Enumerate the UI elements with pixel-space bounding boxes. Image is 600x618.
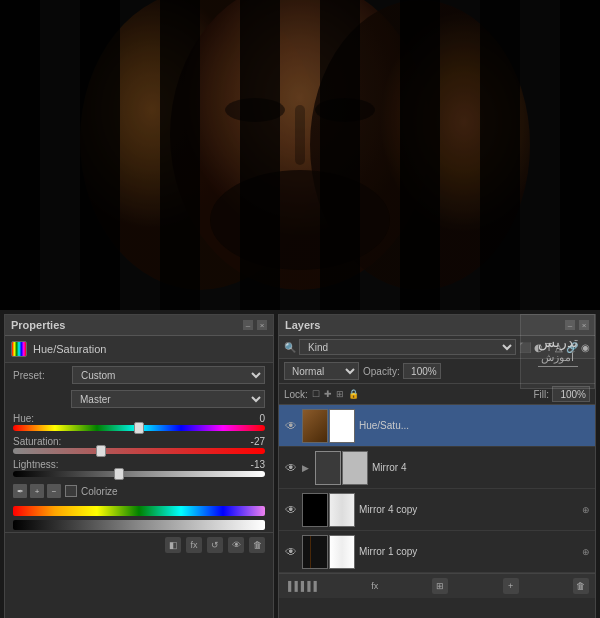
channel-row: Master [5,387,273,411]
preset-dropdown[interactable]: Custom [72,366,265,384]
logo-sub-text: آموزش [541,351,574,364]
layer-thumb [315,451,341,485]
colorize-row: ✒ + − Colorize [5,480,273,502]
group-arrow-icon: ▶ [302,463,309,473]
opacity-input[interactable] [403,363,441,379]
mask-icon[interactable]: ◧ [165,537,181,553]
new-layer-icon[interactable]: + [503,578,519,594]
logo-divider [538,366,578,367]
colorize-tools: ✒ + − [13,484,61,498]
hue-track[interactable] [13,425,265,431]
lightness-value: -13 [235,459,265,470]
lock-pixel-icon[interactable]: 🔒 [348,389,359,399]
layer-thumbnails [315,451,368,485]
layer-name: Mirror 1 copy [359,546,578,557]
layer-mask-thumb [329,535,355,569]
layer-name: Mirror 4 copy [359,504,578,515]
search-icon: 🔍 [284,342,296,353]
layer-item[interactable]: 👁 Hue/Satu... [279,405,595,447]
layer-item[interactable]: 👁 ▶ Mirror 4 [279,447,595,489]
hue-sat-icon [11,341,27,357]
eyedropper-minus-icon[interactable]: − [47,484,61,498]
reset-icon[interactable]: ↺ [207,537,223,553]
lock-all-icon[interactable]: ☐ [312,389,320,399]
lock-position-icon[interactable]: ✚ [324,389,332,399]
layer-thumb [302,535,328,569]
layer-item[interactable]: 👁 Mirror 1 copy ⊕ [279,531,595,573]
saturation-value: -27 [235,436,265,447]
lightness-thumb[interactable] [114,468,124,480]
logo-main-text: تدریس [538,334,578,351]
layer-mask-thumb [342,451,368,485]
layer-thumbnails [302,493,355,527]
eyedropper-plus-icon[interactable]: + [30,484,44,498]
layer-visibility-icon[interactable]: 👁 [284,503,298,517]
kind-dropdown[interactable]: Kind [299,339,516,355]
delete-layer-icon[interactable]: 🗑 [573,578,589,594]
properties-footer: ◧ fx ↺ 👁 🗑 [5,532,273,557]
properties-collapse-btn[interactable]: – [243,320,253,330]
properties-panel: Properties – × Hue/Saturation Preset: Cu… [4,314,274,618]
saturation-row: Saturation: -27 [5,434,273,454]
blend-mode-dropdown[interactable]: Normal [284,362,359,380]
layer-mask-thumb [329,409,355,443]
properties-close-btn[interactable]: × [257,320,267,330]
new-group-icon[interactable]: ⊞ [432,578,448,594]
layer-name: Mirror 4 [372,462,590,473]
fx-icon[interactable]: fx [186,537,202,553]
layers-count: ▐▐▐▐▐ [285,581,317,591]
lock-label: Lock: [284,389,308,400]
hue-saturation-label: Hue/Saturation [33,343,106,355]
layer-link-icon: ⊕ [582,505,590,515]
hue-row: Hue: 0 [5,411,273,431]
opacity-label: Opacity: [363,366,400,377]
layer-thumb [302,493,328,527]
layer-visibility-icon[interactable]: 👁 [284,461,298,475]
eye-visibility-icon[interactable]: 👁 [228,537,244,553]
lightness-row: Lightness: -13 [5,457,273,477]
trash-icon[interactable]: 🗑 [249,537,265,553]
gray-bar [13,520,265,530]
fx-button[interactable]: fx [371,581,378,591]
hue-value: 0 [235,413,265,424]
properties-header: Properties – × [5,315,273,336]
fill-label: Fill: [533,389,549,400]
layer-mask-thumb [329,493,355,527]
layers-title: Layers [285,319,320,331]
rainbow-bar [13,506,265,516]
eyedropper-icon[interactable]: ✒ [13,484,27,498]
lightness-track[interactable] [13,471,265,477]
logo-area: تدریس آموزش [520,314,595,389]
layer-item[interactable]: 👁 Mirror 4 copy ⊕ [279,489,595,531]
hue-saturation-header: Hue/Saturation [5,336,273,363]
hue-label: Hue: [13,413,73,424]
layer-thumbnails [302,535,355,569]
lightness-label: Lightness: [13,459,73,470]
hue-thumb[interactable] [134,422,144,434]
saturation-label: Saturation: [13,436,73,447]
preset-label: Preset: [13,370,68,381]
properties-title: Properties [11,319,65,331]
layer-thumbnails [302,409,355,443]
layer-visibility-icon[interactable]: 👁 [284,419,298,433]
saturation-track[interactable] [13,448,265,454]
layer-name: Hue/Satu... [359,420,590,431]
preset-row: Preset: Custom [5,363,273,387]
saturation-thumb[interactable] [96,445,106,457]
layer-visibility-icon[interactable]: 👁 [284,545,298,559]
lock-artboard-icon[interactable]: ⊞ [336,389,344,399]
colorize-checkbox[interactable] [65,485,77,497]
image-area [0,0,600,310]
layers-footer: ▐▐▐▐▐ fx ⊞ + 🗑 [279,573,595,598]
layer-thumb [302,409,328,443]
channel-dropdown[interactable]: Master [71,390,265,408]
colorize-label: Colorize [81,486,118,497]
layer-link-icon2: ⊕ [582,547,590,557]
